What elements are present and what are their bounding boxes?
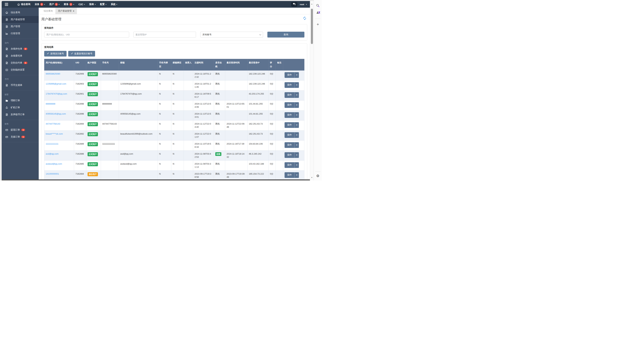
- tab-overview[interactable]: 综合查询: [41, 8, 56, 14]
- chevron-down-icon[interactable]: ▼: [294, 142, 299, 148]
- page-title: 用户基础管理: [39, 14, 310, 23]
- nav-item-reports[interactable]: 报表▾: [87, 1, 98, 8]
- account-type-select[interactable]: 所有账号: [200, 32, 263, 38]
- scrollbar-thumb[interactable]: [311, 9, 313, 44]
- nav-item-finance[interactable]: 财务2▾: [62, 1, 76, 8]
- username-link[interactable]: 669558625080: [46, 72, 60, 75]
- settings-gear-icon[interactable]: ⚙: [314, 174, 322, 178]
- row-action-button[interactable]: 操作▼: [284, 82, 299, 88]
- username-link[interactable]: 409558145@qq.com: [46, 112, 66, 115]
- row-action-button[interactable]: 操作▼: [284, 102, 299, 108]
- username-link[interactable]: asd@qq.com: [46, 152, 58, 155]
- chevron-down-icon[interactable]: ▼: [294, 112, 299, 118]
- tab-close-icon[interactable]: ×: [73, 10, 74, 12]
- sidebar-item-delivery-contracts[interactable]: 交割合约单1: [2, 59, 39, 66]
- last-ip-cell: 162.251.63.73: [247, 130, 268, 140]
- chevron-down-icon[interactable]: ▼: [294, 152, 299, 158]
- nav-item-system[interactable]: 系统▾: [108, 1, 120, 8]
- chess-extension-icon[interactable]: ♟♜: [314, 11, 322, 14]
- pencil-icon: [71, 52, 73, 55]
- username-link[interactable]: 1784767470@qq.com: [46, 92, 67, 95]
- chevron-down-icon: ▾: [116, 3, 117, 6]
- score-cell: 0分: [268, 150, 276, 160]
- sidebar-group-header: 合约: [2, 40, 39, 45]
- sidebar-item-spot-trades[interactable]: 币币交易单: [2, 82, 39, 89]
- username-link[interactable]: 1235896@gmail.com: [46, 82, 66, 85]
- sidebar-item-pledge-loan-orders[interactable]: 质押借币订单: [2, 111, 39, 118]
- username-link[interactable]: 88888888: [46, 102, 56, 105]
- column-header: 账户类型: [86, 59, 101, 70]
- last-login-ip-input[interactable]: [134, 32, 196, 38]
- online-cell: 离线: [214, 110, 225, 120]
- chevron-down-icon: ▾: [306, 3, 307, 6]
- username-link[interactable]: asdasd@qq.com: [46, 162, 62, 165]
- chevron-down-icon[interactable]: ▼: [294, 162, 299, 168]
- row-action-button[interactable]: 操作▼: [284, 152, 299, 158]
- sidebar-item-user-management[interactable]: 用户管理: [2, 23, 39, 30]
- nav-item-config[interactable]: 配置▾: [98, 1, 109, 8]
- referrer-cell: [184, 100, 193, 110]
- sidebar-item-overview[interactable]: 综合查询: [2, 9, 39, 16]
- row-action-button[interactable]: 操作▼: [284, 162, 299, 168]
- chat-button[interactable]: [291, 2, 298, 7]
- add-button[interactable]: +: [314, 22, 322, 26]
- last-ip-cell: 182.239.115.246: [247, 70, 268, 80]
- row-action-button[interactable]: 操作▼: [284, 132, 299, 138]
- scroll-down-arrow-icon[interactable]: ▼: [310, 176, 314, 178]
- note-cell: [276, 160, 283, 170]
- email-cell: asd@qq.com: [119, 150, 158, 160]
- bottom-scrollbar[interactable]: [2, 180, 310, 180]
- search-button[interactable]: 查询: [267, 32, 304, 38]
- sidebar-toggle-button[interactable]: [3, 1, 10, 8]
- scroll-up-arrow-icon[interactable]: ▲: [310, 3, 314, 5]
- row-action-button[interactable]: 操作▼: [284, 142, 299, 148]
- username-link[interactable]: 14100000001: [46, 172, 59, 175]
- nav-item-label: 配置: [100, 3, 105, 6]
- sidebar-item-user-base-management[interactable]: 用户基础管理: [2, 16, 39, 23]
- add-demo-account-button[interactable]: 新增演示账号: [44, 51, 66, 56]
- row-action-button[interactable]: 操作▼: [284, 92, 299, 98]
- sidebar-item-miner-orders[interactable]: 矿机订单: [2, 104, 39, 111]
- nav-item-c2c[interactable]: C2C▾: [76, 1, 87, 8]
- chevron-down-icon: ▾: [84, 3, 85, 6]
- sidebar-item-perpetual-orders[interactable]: 永续委托单: [2, 52, 39, 59]
- chevron-down-icon[interactable]: ▼: [294, 132, 299, 138]
- table-row: 141000000017162884演示用户NN2023-09-17T19:38…: [44, 170, 304, 180]
- user-menu[interactable]: root ▾: [300, 3, 307, 6]
- refresh-button[interactable]: [303, 16, 306, 21]
- search-icon[interactable]: [314, 4, 322, 8]
- username-link[interactable]: beauti*****ok.com: [46, 132, 63, 135]
- tab-user-base-management[interactable]: 用户基础管理×: [56, 8, 77, 14]
- chevron-down-icon[interactable]: ▼: [294, 122, 299, 128]
- nav-item-overview[interactable]: 综合查询: [15, 1, 32, 8]
- sidebar-item-perpetual-positions[interactable]: 永续持仓单2: [2, 45, 39, 52]
- sidebar-item-withdraw-orders[interactable]: 提现订单1: [2, 126, 39, 134]
- chevron-down-icon[interactable]: ▼: [294, 82, 299, 88]
- sidebar-item-market-management[interactable]: 行情管理: [2, 30, 39, 37]
- row-action-button[interactable]: 操作▼: [284, 122, 299, 128]
- chevron-down-icon[interactable]: ▼: [294, 92, 299, 98]
- chevron-down-icon[interactable]: ▼: [294, 172, 299, 178]
- row-action-button[interactable]: 操作▼: [284, 72, 299, 78]
- sidebar-item-delivery-control-settings[interactable]: 交割场控设置: [2, 66, 39, 73]
- sidebar-item-deposit-orders[interactable]: 充值订单1: [2, 134, 39, 140]
- nav-item-label: 用户: [49, 3, 54, 6]
- chevron-down-icon[interactable]: ▼: [294, 72, 299, 78]
- table-row: asd@qq.com7162886正式用户asd@qq.comNN2024-11…: [44, 150, 304, 160]
- vertical-scrollbar[interactable]: ▲ ▼: [310, 1, 314, 180]
- username-uid-input[interactable]: [44, 32, 129, 38]
- chevron-down-icon[interactable]: ▼: [294, 102, 299, 108]
- nav-item-users[interactable]: 用户3▾: [47, 1, 62, 8]
- uid-cell: 7162884: [74, 170, 86, 180]
- email-bound-cell: N: [171, 130, 184, 140]
- username-link[interactable]: 447447758143: [46, 122, 60, 125]
- sidebar-item-wealth-orders[interactable]: 理财订单: [2, 97, 39, 104]
- username-link[interactable]: 111111111111: [46, 142, 58, 145]
- phone-bound-cell: N: [158, 160, 171, 170]
- batch-add-demo-account-button[interactable]: 批量新增演示账号: [68, 51, 95, 56]
- row-action-button[interactable]: 操作▼: [284, 112, 299, 118]
- column-header: 最后登录IP: [247, 59, 268, 70]
- row-action-button[interactable]: 操作▼: [284, 172, 299, 178]
- top-navbar: 综合查询业务3▾用户3▾财务2▾C2C▾报表▾配置▾系统▾ root ▾: [2, 1, 310, 8]
- nav-item-business[interactable]: 业务3▾: [32, 1, 47, 8]
